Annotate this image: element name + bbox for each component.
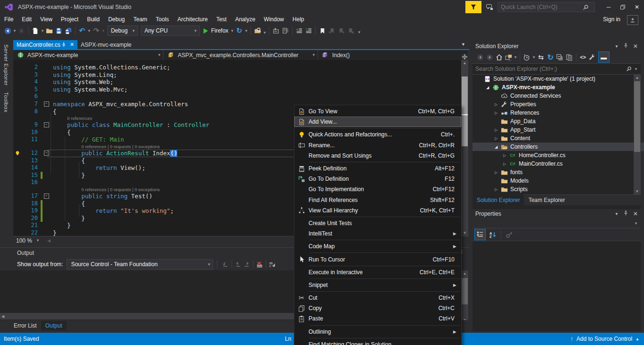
chevron-down-icon[interactable]: ▼ — [615, 212, 618, 216]
panel-tab-team-explorer[interactable]: Team Explorer — [524, 194, 569, 207]
tree-vertical-scrollbar[interactable]: ▲ ▼ — [634, 75, 641, 194]
context-menu-item-paste[interactable]: PasteCtrl+V — [294, 313, 461, 324]
expander-collapsed-icon[interactable]: ▷ — [501, 162, 508, 166]
context-menu-item-quick-actions-and-refactorings-[interactable]: Quick Actions and Refactorings...Ctrl+. — [294, 129, 461, 140]
panel-tab-solution-explorer[interactable]: Solution Explorer — [472, 194, 524, 207]
context-menu-item-run-to-cursor[interactable]: Run To CursorCtrl+F10 — [294, 254, 461, 264]
preview-pages-button[interactable] — [565, 53, 574, 61]
context-menu-item-go-to-view[interactable]: Go To ViewCtrl+M, Ctrl+G — [294, 106, 461, 117]
tree-item-app-data[interactable]: App_Data — [472, 117, 644, 126]
editor-vertical-scrollbar[interactable]: ▲ ▼ — [461, 60, 468, 236]
properties-object-combo[interactable]: ▼ — [472, 219, 641, 228]
add-to-source-control-button[interactable]: ↑ Add to Source Control ▲ — [570, 336, 639, 342]
context-menu-item-create-unit-tests[interactable]: Create Unit Tests — [294, 218, 461, 228]
scroll-up-arrow[interactable]: ▲ — [461, 270, 468, 277]
code-line-3[interactable]: 3using System.Linq; — [13, 71, 461, 79]
menu-file[interactable]: File — [0, 15, 17, 24]
minimize-button[interactable]: ─ — [601, 2, 616, 12]
document-tab-aspx-mvc-example[interactable]: ASPX-mvc-example — [77, 40, 135, 49]
context-menu-item-add-view-[interactable]: Add View... — [294, 117, 461, 127]
tree-item-solution-aspx-mvc-example-1-project-[interactable]: Solution 'ASPX-mvc-example' (1 project) — [472, 75, 636, 83]
close-icon[interactable]: ✕ — [633, 43, 638, 50]
menu-debug[interactable]: Debug — [104, 15, 129, 24]
tree-item-app-start[interactable]: ▷App_Start — [472, 126, 644, 134]
expander-expanded-icon[interactable]: ◢ — [484, 85, 491, 90]
word-wrap-icon[interactable]: abc — [268, 260, 276, 269]
expander-collapsed-icon[interactable]: ▷ — [492, 128, 500, 132]
wrench-button[interactable] — [588, 53, 597, 61]
context-menu-item-find-all-references[interactable]: Find All ReferencesShift+F12 — [294, 195, 461, 205]
home-button[interactable] — [495, 53, 503, 61]
pending-clock-button[interactable]: ▼ — [523, 53, 536, 61]
context-menu-item-code-map[interactable]: Code Map▶ — [294, 241, 461, 252]
context-menu-item-peek-definition[interactable]: Peek DefinitionAlt+F12 — [294, 163, 461, 174]
tree-item-aspx-mvc-example[interactable]: ◢ASPX-mvc-example — [472, 83, 644, 92]
refresh-blue-button[interactable]: ↻ — [546, 53, 555, 61]
scroll-up-arrow[interactable]: ▲ — [634, 75, 641, 81]
menu-analyze[interactable]: Analyze — [231, 15, 260, 24]
indent2-button[interactable]: ? — [304, 26, 313, 35]
feedback-icon[interactable] — [485, 3, 494, 11]
expander-expanded-icon[interactable]: ◢ — [492, 145, 500, 149]
search-icon[interactable] — [581, 3, 590, 11]
new-file-button[interactable]: ▼ — [31, 26, 44, 35]
nav-back-button[interactable]: ▼ — [3, 26, 17, 35]
debug_config-combo[interactable]: Debug▼ — [107, 25, 138, 36]
scroll-down-arrow[interactable]: ▼ — [634, 188, 641, 194]
restore-button[interactable] — [616, 2, 630, 12]
hscroll-left-arrow[interactable]: ◀ — [47, 238, 51, 243]
toolbox-vertical-tab[interactable]: Toolbox — [3, 92, 9, 112]
menu-help[interactable]: Help — [288, 15, 309, 24]
start-debugging-button[interactable]: Firefox▼ — [202, 26, 234, 35]
indent1-button[interactable] — [295, 26, 303, 35]
quick-launch-box[interactable] — [498, 2, 595, 12]
refresh-button[interactable]: ↻▼ — [235, 26, 248, 35]
nav-forward-button[interactable] — [17, 26, 26, 35]
nav-box2-button[interactable] — [281, 26, 290, 35]
properties-header[interactable]: Properties ▼ ✕ — [472, 209, 641, 219]
menu-view[interactable]: View — [36, 15, 57, 24]
outline-collapse-box[interactable]: − — [43, 193, 50, 200]
pin-icon[interactable] — [623, 43, 628, 50]
menu-build[interactable]: Build — [83, 15, 104, 24]
outline-collapse-box[interactable]: − — [43, 121, 50, 129]
find-in-files-button[interactable]: ▼ — [253, 26, 266, 35]
context-menu-item-snippet[interactable]: Snippet▶ — [294, 280, 461, 290]
save-all-button[interactable] — [64, 26, 73, 35]
toolbar-overflow-icon[interactable]: ▼ — [357, 30, 361, 34]
panel-tab-error-list[interactable]: Error List — [9, 321, 41, 330]
clear-all-icon[interactable] — [255, 260, 264, 269]
menu-edit[interactable]: Edit — [17, 15, 36, 24]
close-button[interactable]: ✕ — [630, 2, 644, 12]
menu-project[interactable]: Project — [57, 15, 83, 24]
scrollbar-thumb[interactable] — [462, 278, 468, 304]
bookmark-prev-button[interactable] — [327, 26, 336, 35]
expander-collapsed-icon[interactable]: ▷ — [492, 170, 500, 175]
context-menu-item-outlining[interactable]: Outlining▶ — [294, 327, 461, 337]
code-line-2[interactable]: 2using System.Collections.Generic; — [13, 64, 461, 71]
search-icon[interactable] — [625, 65, 633, 73]
sync-button[interactable]: ⇆ — [537, 53, 545, 61]
undo-button[interactable]: ↶▼ — [78, 26, 91, 35]
context-menu-item-copy[interactable]: CopyCtrl+C — [294, 303, 461, 313]
outline-collapse-box[interactable]: − — [43, 101, 50, 108]
context-menu-item-rename-[interactable]: Rename...Ctrl+R, Ctrl+R — [294, 140, 461, 151]
code-line-4[interactable]: 4using System.Web; — [13, 78, 461, 86]
tree-item-scripts[interactable]: ▷Scripts — [472, 185, 644, 194]
tree-item-fonts[interactable]: ▷fonts — [472, 168, 644, 177]
expander-collapsed-icon[interactable]: ▷ — [492, 102, 500, 107]
context-menu-item-execute-in-interactive[interactable]: Execute in InteractiveCtrl+E, Ctrl+E — [294, 267, 461, 278]
scrollbar-thumb[interactable] — [462, 76, 468, 146]
breadcrumb-type[interactable]: ASPX_mvc_example.Controllers.MainControl… — [163, 50, 318, 60]
expander-collapsed-icon[interactable]: ▷ — [492, 136, 500, 141]
collapse-minus-icon[interactable]: − — [44, 101, 49, 107]
close-icon[interactable]: ✕ — [70, 42, 74, 48]
output-vertical-scrollbar[interactable]: ▲ ▼ — [461, 270, 468, 323]
tree-item-connected-services[interactable]: Connected Services — [472, 92, 644, 100]
quick-launch-input[interactable] — [500, 3, 581, 11]
platform-combo[interactable]: Any CPU▼ — [141, 25, 200, 36]
outline-collapse-box[interactable]: − — [43, 150, 50, 157]
se-back-button[interactable] — [476, 53, 484, 61]
code-view-button[interactable]: <> — [579, 53, 587, 61]
pin-icon[interactable] — [60, 41, 67, 49]
